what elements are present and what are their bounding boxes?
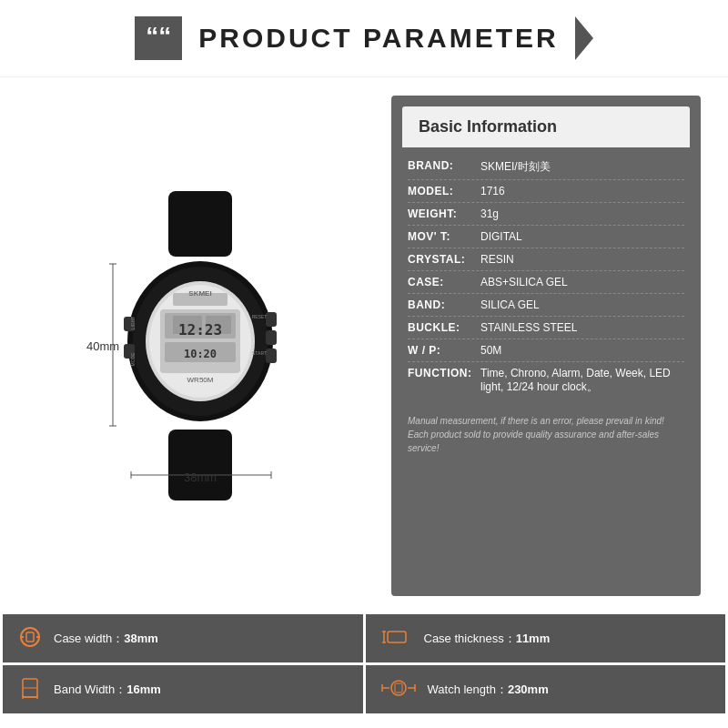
svg-text:START: START bbox=[252, 350, 267, 356]
info-row-label: BAND: bbox=[408, 298, 480, 311]
height-dimension: 40mm bbox=[86, 339, 119, 353]
info-row: CASE: ABS+SILICA GEL bbox=[408, 271, 684, 294]
watch-side-icon bbox=[17, 624, 43, 653]
info-row-label: BRAND: bbox=[408, 159, 480, 172]
svg-rect-8 bbox=[266, 349, 277, 363]
info-row-value: SILICA GEL bbox=[480, 298, 684, 311]
header: ““ PRODUCT PARAMETER bbox=[0, 0, 728, 77]
info-panel: Basic Information BRAND: SKMEI/时刻美 MODEL… bbox=[391, 96, 701, 596]
info-row-value: RESIN bbox=[480, 253, 684, 266]
spec-value-watch-length: 230mm bbox=[508, 682, 549, 696]
info-row-value: 50M bbox=[480, 344, 684, 357]
info-row: BAND: SILICA GEL bbox=[408, 294, 684, 317]
svg-rect-45 bbox=[395, 683, 402, 693]
svg-text:SKMEI: SKMEI bbox=[188, 289, 211, 298]
info-row: FUNCTION: Time, Chrono, Alarm, Date, Wee… bbox=[408, 362, 684, 399]
info-row-value: STAINLESS STEEL bbox=[480, 321, 684, 334]
svg-text:10:20: 10:20 bbox=[184, 348, 217, 360]
page-title: PRODUCT PARAMETER bbox=[198, 23, 558, 54]
svg-text:WR50M: WR50M bbox=[187, 376, 214, 384]
svg-text:12:23: 12:23 bbox=[178, 321, 222, 339]
svg-rect-0 bbox=[168, 191, 232, 257]
main-content: 40mm bbox=[0, 77, 728, 614]
info-rows: BRAND: SKMEI/时刻美 MODEL: 1716 WEIGHT: 31g… bbox=[391, 147, 701, 409]
info-row: BUCKLE: STAINLESS STEEL bbox=[408, 317, 684, 339]
info-row-label: FUNCTION: bbox=[408, 367, 480, 379]
svg-rect-6 bbox=[266, 312, 277, 327]
width-dimension: 38mm bbox=[184, 470, 217, 484]
info-row-value: SKMEI/时刻美 bbox=[480, 159, 684, 175]
svg-rect-7 bbox=[266, 330, 277, 345]
info-row-label: WEIGHT: bbox=[408, 207, 480, 220]
info-row: MOV' T: DIGITAL bbox=[408, 226, 684, 248]
info-row-value: Time, Chrono, Alarm, Date, Week, LED lig… bbox=[480, 367, 684, 395]
info-row-label: CASE: bbox=[408, 276, 480, 288]
quote-icon: ““ bbox=[146, 24, 171, 49]
svg-text:LIGHT: LIGHT bbox=[130, 317, 136, 330]
info-row-label: MOV' T: bbox=[408, 230, 480, 243]
info-row-value: 1716 bbox=[480, 185, 684, 197]
watch-section: 40mm bbox=[27, 96, 373, 596]
spec-text-case-thickness: Case thickness：11mm bbox=[424, 631, 551, 647]
info-row-label: CRYSTAL: bbox=[408, 253, 480, 266]
band-width-icon bbox=[17, 675, 43, 704]
info-row: WEIGHT: 31g bbox=[408, 203, 684, 226]
spec-cell-case-width: Case width：38mm bbox=[3, 614, 363, 662]
info-row: CRYSTAL: RESIN bbox=[408, 248, 684, 271]
info-row-label: W / P: bbox=[408, 344, 480, 357]
spec-cell-watch-length: Watch length：230mm bbox=[366, 665, 726, 713]
svg-text:RESET: RESET bbox=[252, 314, 268, 319]
watch-length-icon bbox=[380, 675, 417, 704]
quote-box: ““ bbox=[135, 16, 182, 60]
watch-image: 40mm bbox=[82, 191, 318, 500]
info-row: W / P: 50M bbox=[408, 339, 684, 362]
spec-text-watch-length: Watch length：230mm bbox=[428, 682, 549, 698]
svg-rect-35 bbox=[388, 632, 406, 642]
bottom-specs: Case width：38mm Case thickness：11mm Band… bbox=[0, 614, 728, 716]
info-row-value: ABS+SILICA GEL bbox=[480, 276, 684, 288]
info-row-value: DIGITAL bbox=[480, 230, 684, 243]
spec-cell-case-thickness: Case thickness：11mm bbox=[366, 614, 726, 662]
spec-text-case-width: Case width：38mm bbox=[54, 631, 158, 647]
decorative-triangle bbox=[575, 16, 593, 60]
svg-rect-1 bbox=[168, 430, 232, 500]
info-row: BRAND: SKMEI/时刻美 bbox=[408, 155, 684, 180]
svg-text:MODE: MODE bbox=[130, 352, 136, 367]
spec-value-band-width: 16mm bbox=[126, 682, 161, 696]
svg-rect-32 bbox=[26, 632, 34, 642]
info-row-label: BUCKLE: bbox=[408, 321, 480, 334]
spec-value-case-width: 38mm bbox=[124, 632, 158, 645]
spec-cell-band-width: Band Width：16mm bbox=[3, 665, 363, 713]
case-thickness-icon bbox=[380, 624, 413, 653]
info-section-title: Basic Information bbox=[419, 117, 673, 136]
info-row-label: MODEL: bbox=[408, 185, 480, 197]
spec-value-case-thickness: 11mm bbox=[516, 632, 551, 645]
info-row: MODEL: 1716 bbox=[408, 180, 684, 203]
info-note: Manual measurement, if there is an error… bbox=[391, 409, 701, 466]
spec-text-band-width: Band Width：16mm bbox=[54, 682, 161, 698]
info-row-value: 31g bbox=[480, 207, 684, 220]
info-header: Basic Information bbox=[402, 106, 690, 147]
svg-point-44 bbox=[391, 681, 406, 695]
